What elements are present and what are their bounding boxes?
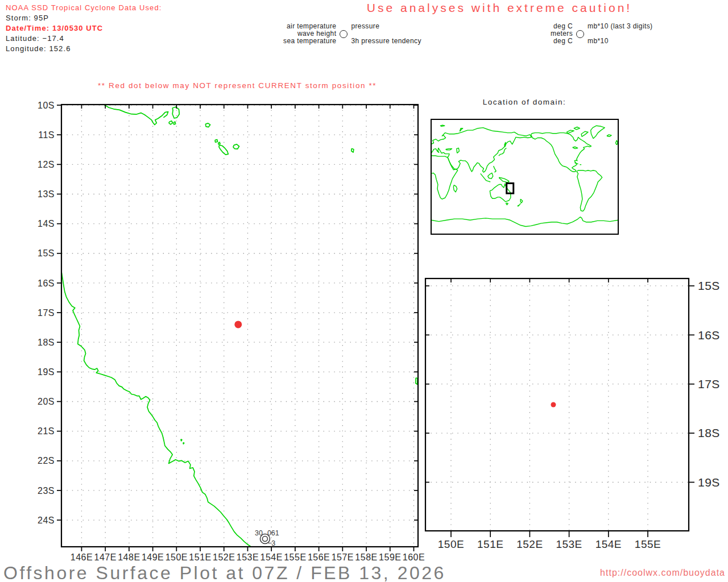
plot-title: Offshore Surface Plot at 07Z / FEB 13, 2… (3, 563, 446, 582)
coastline-path (499, 177, 509, 182)
coastline-path (574, 127, 580, 130)
storm-position-warning: ** Red dot below may NOT represent CURRE… (98, 81, 377, 90)
y-axis-label: 18S (38, 338, 55, 347)
x-axis-label: 151E (189, 552, 211, 562)
x-axis-label: 158E (355, 552, 377, 562)
info-datetime: Date/Time: 13/0530 UTC (6, 23, 162, 34)
coastline-path (531, 133, 592, 172)
coastline-path (488, 173, 493, 178)
offshore-surface-plot: NOAA SSD Tropical Cyclone Data Used: Sto… (0, 0, 728, 582)
y-axis-label: 13S (38, 189, 55, 199)
coastline-path (581, 131, 588, 136)
coastline-path (494, 166, 497, 172)
coastline-path (506, 203, 508, 205)
x-axis-label: 147E (94, 552, 116, 562)
legend-left-col1: air temperature wave height sea temperat… (283, 23, 336, 45)
world-inset-map (431, 119, 619, 238)
x-axis-label: 152E (516, 538, 543, 550)
main-map-svg: 146E147E148E149E150E151E152E153E154E155E… (23, 97, 428, 580)
y-axis-label: 17S (698, 377, 720, 390)
coastline-path (181, 439, 182, 441)
inset-map-frame (431, 119, 618, 234)
coastline-path (205, 123, 210, 127)
coastline-path (56, 247, 255, 550)
zoom-map-svg: 150E151E152E153E154E155E15S16S17S18S19S (421, 273, 728, 564)
inset-title: Location of domain: (431, 98, 618, 106)
x-axis-label: 152E (213, 552, 235, 562)
x-axis-label: 155E (284, 552, 306, 562)
coastline-path (172, 107, 180, 118)
y-axis-label: 16S (698, 329, 720, 342)
coastline-path (351, 148, 354, 152)
coastline-path (453, 185, 457, 192)
coastline-path (183, 443, 184, 444)
coastline-path (607, 135, 611, 136)
x-axis-label: 153E (556, 538, 582, 550)
y-axis-label: 16S (38, 278, 55, 288)
x-axis-label: 154E (260, 552, 283, 562)
coastline-path (567, 130, 574, 134)
info-storm-id: Storm: 95P (6, 13, 162, 23)
x-axis-label: 148E (118, 552, 140, 562)
coastline-path (416, 378, 417, 384)
y-axis-label: 20S (38, 397, 55, 406)
station-circle-icon (576, 30, 584, 38)
legend-mb10-label: mb*10 (last 3 digits) (588, 23, 652, 30)
coastline-path (173, 122, 175, 124)
inset-map-svg (431, 119, 619, 235)
coastline-path (460, 128, 462, 132)
zoom-map-frame (425, 278, 689, 531)
station-circle-icon (340, 30, 348, 38)
zoom-map: 150E151E152E153E154E155E15S16S17S18S19S (421, 273, 728, 566)
coastline-path (215, 140, 218, 143)
coastline-path (591, 126, 605, 139)
coastline-path (499, 148, 507, 156)
y-axis-label: 10S (38, 101, 55, 110)
coastline-path (169, 121, 173, 124)
y-axis-label: 19S (698, 476, 720, 489)
coastline-path (573, 147, 578, 148)
station-legend-units: deg C meters deg C mb*10 (last 3 digits)… (551, 23, 653, 45)
coastline-path (577, 171, 602, 211)
station-pressure-tendency: −3 (267, 539, 275, 547)
legend-degc2-label: deg C (551, 38, 573, 45)
y-axis-label: 12S (38, 160, 55, 169)
y-axis-label: 21S (38, 426, 55, 436)
y-axis-label: 22S (38, 456, 55, 465)
x-axis-label: 151E (477, 538, 503, 550)
coastline-path (520, 199, 523, 203)
storm-dot (551, 402, 556, 408)
legend-right-col2: mb*10 (last 3 digits) mb*10 (588, 23, 652, 45)
legend-tendency-label: 3h pressure tendency (351, 38, 421, 45)
caution-headline: Use analyses with extreme caution! (346, 1, 653, 15)
coastline-path (446, 149, 452, 150)
info-source-line: NOAA SSD Tropical Cyclone Data Used: (6, 3, 162, 13)
x-axis-label: 150E (166, 552, 188, 562)
coastline-path (518, 203, 521, 206)
station-legend-variables: air temperature wave height sea temperat… (283, 23, 421, 45)
y-axis-label: 18S (698, 426, 720, 439)
x-axis-label: 154E (595, 538, 622, 550)
y-axis-label: 14S (38, 219, 55, 228)
source-url: http://coolwx.com/buoydata (569, 568, 725, 578)
storm-info-block: NOAA SSD Tropical Cyclone Data Used: Sto… (6, 3, 162, 54)
coastline-path (457, 148, 460, 153)
legend-right-col1: deg C meters deg C (551, 23, 573, 45)
station-air-temp: 30 (255, 529, 263, 537)
y-axis-label: 23S (38, 486, 55, 496)
coastline-path (233, 144, 239, 149)
x-axis-label: 157E (332, 552, 354, 562)
legend-pressure-label: pressure (351, 23, 421, 30)
main-map: 146E147E148E149E150E151E152E153E154E155E… (23, 97, 428, 582)
y-axis-label: 17S (38, 308, 55, 318)
x-axis-label: 146E (71, 552, 93, 562)
legend-sea-temp-label: sea temperature (283, 38, 336, 45)
coastline-path (440, 125, 444, 126)
legend-mb10b-label: mb*10 (588, 38, 652, 45)
coastline-path (219, 145, 228, 155)
x-axis-label: 155E (635, 538, 661, 550)
x-axis-label: 150E (438, 538, 464, 550)
x-axis-label: 159E (379, 552, 401, 562)
coastline-path (421, 275, 582, 564)
coastline-path (615, 140, 618, 145)
